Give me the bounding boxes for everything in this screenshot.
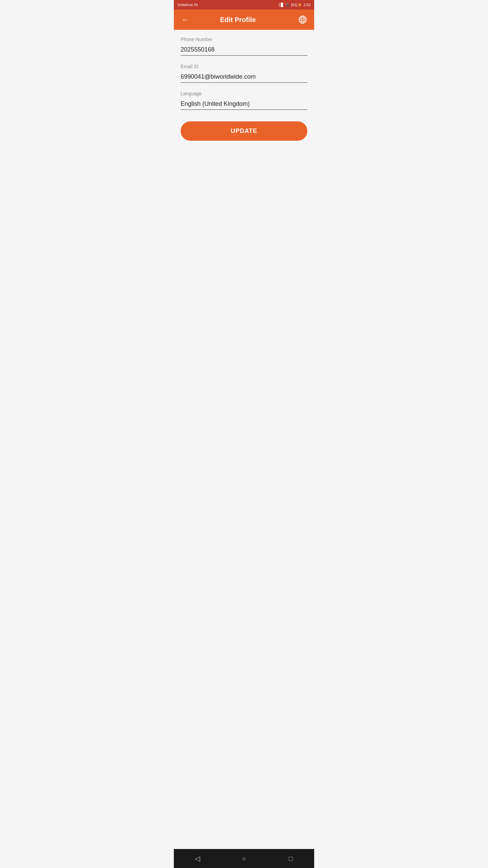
email-label: Email ID [181, 64, 307, 69]
globe-icon [298, 15, 307, 24]
phone-field-group: Phone Number [181, 37, 307, 56]
page-title: Edit Profile [179, 16, 297, 24]
time-text: 2:52 [304, 3, 311, 7]
main-content: Phone Number Email ID Language UPDATE [174, 30, 314, 154]
signal-icon: 🔌 [285, 3, 290, 7]
network-icons: ⣿▊ [278, 3, 284, 7]
globe-button[interactable] [297, 14, 309, 26]
status-bar: Vodafone IN ⣿▊ 🔌 [61]⚡ 2:52 [174, 0, 314, 9]
phone-label: Phone Number [181, 37, 307, 42]
update-button[interactable]: UPDATE [181, 121, 307, 141]
email-input[interactable] [181, 72, 307, 83]
language-field-group: Language [181, 91, 307, 110]
language-input[interactable] [181, 99, 307, 110]
phone-input[interactable] [181, 45, 307, 56]
app-bar: ← Edit Profile [174, 9, 314, 30]
battery-text: [61]⚡ [291, 3, 302, 7]
status-bar-right: ⣿▊ 🔌 [61]⚡ 2:52 [278, 3, 311, 7]
carrier-text: Vodafone IN [177, 3, 198, 7]
language-label: Language [181, 91, 307, 96]
email-field-group: Email ID [181, 64, 307, 83]
